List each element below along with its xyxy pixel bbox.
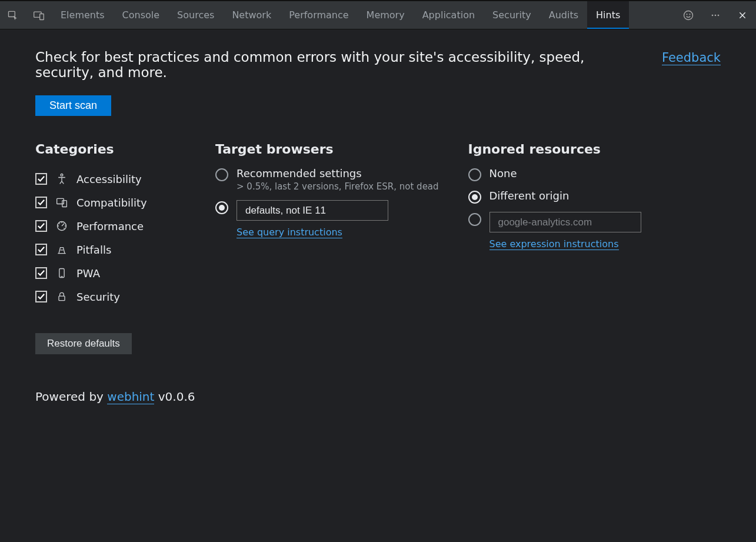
close-icon[interactable]: [729, 11, 756, 20]
powered-by: Powered by webhint v0.0.6: [35, 390, 215, 404]
target-recommended-radio[interactable]: [215, 168, 228, 181]
target-browsers-column: Target browsers Recommended settings > 0…: [215, 142, 468, 404]
svg-point-6: [712, 14, 714, 16]
ignore-different-origin-label: Different origin: [489, 189, 721, 202]
tab-list: ElementsConsoleSourcesNetworkPerformance…: [52, 1, 675, 29]
svg-point-4: [687, 14, 687, 14]
accessibility-icon: [55, 172, 68, 185]
target-custom-input[interactable]: [237, 200, 388, 221]
restore-defaults-button[interactable]: Restore defaults: [35, 333, 132, 354]
pwa-icon: [55, 267, 68, 280]
category-checkbox[interactable]: [35, 197, 47, 208]
ignored-resources-title: Ignored resources: [468, 142, 721, 157]
category-label: Compatibility: [76, 197, 147, 209]
compatibility-icon: [55, 196, 68, 209]
tab-audits[interactable]: Audits: [540, 1, 587, 29]
feedback-smile-icon[interactable]: [675, 9, 702, 21]
feedback-link[interactable]: Feedback: [662, 51, 721, 65]
webhint-link[interactable]: webhint: [107, 390, 154, 404]
category-compatibility: Compatibility: [35, 191, 215, 214]
intro-text: Check for best practices and common erro…: [35, 49, 638, 80]
tab-performance[interactable]: Performance: [280, 1, 357, 29]
ignore-custom-radio[interactable]: [468, 213, 481, 226]
tab-memory[interactable]: Memory: [358, 1, 414, 29]
target-recommended-label: Recommended settings: [237, 167, 468, 179]
category-performance: Performance: [35, 214, 215, 238]
svg-point-8: [718, 14, 720, 16]
target-custom-radio[interactable]: [215, 201, 228, 214]
security-icon: [55, 290, 68, 303]
category-checkbox[interactable]: [35, 244, 47, 255]
category-checkbox[interactable]: [35, 267, 47, 279]
svg-point-3: [684, 11, 693, 19]
category-checkbox[interactable]: [35, 220, 47, 232]
category-label: Security: [76, 291, 120, 303]
category-pitfalls: Pitfalls: [35, 238, 215, 261]
tab-security[interactable]: Security: [484, 1, 540, 29]
category-label: Pitfalls: [76, 244, 111, 256]
category-label: PWA: [76, 267, 100, 280]
svg-rect-15: [59, 296, 65, 301]
category-label: Accessibility: [76, 173, 142, 185]
tab-sources[interactable]: Sources: [168, 1, 223, 29]
target-recommended-detail: > 0.5%, last 2 versions, Firefox ESR, no…: [237, 181, 468, 192]
svg-point-7: [715, 14, 717, 16]
ignored-resources-column: Ignored resources None Different origin …: [468, 142, 721, 404]
performance-icon: [55, 220, 68, 232]
inspect-element-icon[interactable]: [0, 1, 26, 29]
svg-point-5: [690, 14, 690, 14]
hints-panel: Check for best practices and common erro…: [0, 29, 756, 404]
devtools-tabbar: ElementsConsoleSourcesNetworkPerformance…: [0, 1, 756, 29]
category-checkbox[interactable]: [35, 173, 47, 185]
query-instructions-link[interactable]: See query instructions: [237, 227, 342, 238]
svg-rect-0: [9, 11, 15, 16]
pitfalls-icon: [55, 243, 68, 256]
svg-rect-2: [40, 14, 44, 19]
category-pwa: PWA: [35, 261, 215, 285]
tab-network[interactable]: Network: [223, 1, 280, 29]
tab-console[interactable]: Console: [114, 1, 169, 29]
category-checkbox[interactable]: [35, 291, 47, 302]
tab-application[interactable]: Application: [414, 1, 484, 29]
ignore-none-label: None: [489, 167, 721, 179]
target-browsers-title: Target browsers: [215, 142, 468, 157]
categories-title: Categories: [35, 142, 215, 157]
ignore-none-radio[interactable]: [468, 168, 481, 181]
category-label: Performance: [76, 220, 144, 232]
category-security: Security: [35, 285, 215, 308]
start-scan-button[interactable]: Start scan: [35, 95, 111, 116]
category-accessibility: Accessibility: [35, 167, 215, 191]
more-options-icon[interactable]: [702, 9, 729, 21]
svg-rect-10: [57, 198, 64, 204]
categories-column: Categories AccessibilityCompatibilityPer…: [35, 142, 215, 404]
expression-instructions-link[interactable]: See expression instructions: [489, 238, 619, 250]
tab-elements[interactable]: Elements: [52, 1, 114, 29]
svg-point-9: [61, 174, 63, 177]
ignore-different-origin-radio[interactable]: [468, 191, 481, 204]
ignore-custom-input[interactable]: [489, 212, 641, 232]
device-toolbar-icon[interactable]: [26, 1, 52, 29]
tab-hints[interactable]: Hints: [587, 1, 629, 29]
